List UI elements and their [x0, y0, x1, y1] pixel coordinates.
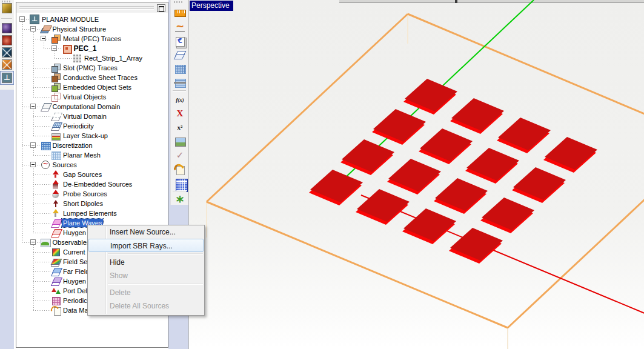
- patch-element[interactable]: [482, 198, 534, 230]
- module-planar-icon[interactable]: [2, 73, 12, 83]
- tree-item-label[interactable]: Physical Structure: [51, 25, 108, 33]
- tree-item-short-dipoles[interactable]: Short Dipoles: [18, 199, 167, 208]
- 3d-scene[interactable]: [189, 0, 644, 349]
- check-icon[interactable]: ✓: [173, 149, 187, 162]
- tree-item-virtual-domain[interactable]: Virtual Domain: [18, 111, 167, 121]
- tree-item-label[interactable]: Lumped Elements: [62, 209, 118, 218]
- expand-box[interactable]: [30, 239, 36, 245]
- patch-element[interactable]: [420, 128, 473, 161]
- tree-item-label[interactable]: Planar Mesh: [62, 151, 102, 159]
- tree-item-label[interactable]: Computational Domain: [51, 102, 122, 111]
- tree-item-rect-strip-1-array[interactable]: Rect_Strip_1_Array: [18, 53, 167, 63]
- patch-element[interactable]: [403, 208, 456, 241]
- tree-item-label[interactable]: Sources: [51, 161, 78, 169]
- module-thermal-red-icon[interactable]: [2, 35, 12, 45]
- tree-item-label[interactable]: Huygen: [62, 277, 87, 285]
- image-icon[interactable]: [173, 135, 187, 148]
- export-x-icon[interactable]: X: [173, 107, 187, 120]
- patch-element[interactable]: [342, 139, 394, 172]
- tree-item-sources[interactable]: Sources: [18, 160, 167, 170]
- green-star-icon[interactable]: *: [173, 194, 187, 207]
- edit-sheet-icon[interactable]: [173, 163, 187, 176]
- tree-item-label[interactable]: De-Embedded Sources: [62, 180, 133, 188]
- expand-box[interactable]: [30, 26, 36, 32]
- tree-item-label[interactable]: Far Field: [62, 267, 90, 276]
- layers-euro-icon[interactable]: €: [173, 35, 187, 47]
- tree-item-computational-domain[interactable]: Computational Domain: [18, 102, 167, 111]
- patch-element[interactable]: [388, 159, 441, 191]
- menu-item-hide[interactable]: Hide: [88, 256, 204, 269]
- patch-element[interactable]: [357, 189, 410, 222]
- menu-item-import-sbr-rays[interactable]: Import SBR Rays...: [88, 239, 204, 252]
- tree-item-label[interactable]: Short Dipoles: [62, 199, 104, 208]
- patch-element[interactable]: [451, 98, 504, 131]
- patch-element[interactable]: [435, 178, 488, 211]
- sine-wave-icon[interactable]: ~: [173, 21, 187, 33]
- fx-icon[interactable]: f(x): [173, 93, 187, 106]
- tree-item-de-embedded-sources[interactable]: De-Embedded Sources: [18, 179, 167, 189]
- parallelograms-icon[interactable]: [173, 48, 187, 61]
- patch-element[interactable]: [450, 228, 503, 261]
- tree-item-embedded-object-sets[interactable]: Embedded Object Sets: [18, 82, 167, 92]
- patch-element[interactable]: [498, 118, 551, 150]
- module-toolbar-grip[interactable]: [2, 1, 12, 2]
- patch-element[interactable]: [310, 170, 363, 202]
- tree-item-label[interactable]: Layer Stack-up: [62, 131, 109, 140]
- tree-item-discretization[interactable]: Discretization: [18, 141, 167, 150]
- ruler-icon[interactable]: [173, 7, 187, 19]
- tools-toolbar-grip[interactable]: [174, 1, 184, 3]
- tree-item-virtual-objects[interactable]: Virtual Objects: [18, 92, 167, 102]
- tree-item-planar-mesh[interactable]: Planar Mesh: [18, 150, 167, 160]
- mesh-grid-icon[interactable]: [173, 62, 187, 75]
- mesh-rows-icon[interactable]: [173, 76, 187, 89]
- tree-item-label[interactable]: Periodicity: [62, 122, 95, 130]
- tree-item-layer-stack-up[interactable]: Layer Stack-up: [18, 131, 167, 141]
- module-antenna-purple-icon[interactable]: [2, 23, 12, 33]
- tree-panel-header[interactable]: [16, 2, 168, 13]
- patch-element[interactable]: [466, 148, 519, 181]
- 3d-viewport[interactable]: Perspective: [188, 0, 644, 349]
- tree-item-label[interactable]: Embedded Object Sets: [62, 83, 133, 91]
- tree-item-label[interactable]: Observables: [51, 238, 91, 247]
- tree-item-gap-sources[interactable]: Gap Sources: [18, 170, 167, 179]
- expand-box[interactable]: [51, 45, 57, 51]
- patch-element[interactable]: [513, 167, 566, 200]
- tree-item-slot-pmc-traces[interactable]: Slot (PMC) Traces: [18, 63, 167, 73]
- tree-item-probe-sources[interactable]: Probe Sources: [18, 189, 167, 199]
- expand-box[interactable]: [41, 36, 46, 41]
- tree-item-label[interactable]: Port Del: [62, 287, 88, 295]
- tree-item-planar-module[interactable]: PLANAR MODULE: [18, 15, 167, 24]
- tree-item-periodicity[interactable]: Periodicity: [18, 121, 167, 131]
- float-panel-button[interactable]: [157, 4, 165, 12]
- module-em-navy-icon[interactable]: [2, 47, 12, 58]
- patch-element[interactable]: [545, 137, 597, 170]
- tree-item-label[interactable]: Huygen: [62, 228, 87, 237]
- expand-box[interactable]: [30, 104, 36, 109]
- tree-item-label[interactable]: Gap Sources: [62, 170, 103, 179]
- tree-item-label[interactable]: Virtual Objects: [62, 93, 107, 101]
- tree-item-label[interactable]: Rect_Strip_1_Array: [83, 54, 144, 62]
- tree-item-label[interactable]: Periodic: [62, 296, 88, 305]
- module-cad-gold-icon[interactable]: [2, 3, 12, 13]
- tree-item-physical-structure[interactable]: Physical Structure: [18, 24, 167, 34]
- tree-item-label[interactable]: PLANAR MODULE: [41, 15, 100, 24]
- x-squared-icon[interactable]: x²: [173, 121, 187, 134]
- tree-item-label[interactable]: Field Se: [62, 258, 88, 266]
- tree-item-lumped-elements[interactable]: Lumped Elements: [18, 208, 167, 218]
- tree-item-label[interactable]: Probe Sources: [62, 190, 108, 198]
- tree-item-label[interactable]: Current: [62, 248, 87, 256]
- expand-box[interactable]: [19, 16, 25, 22]
- tree-item-label[interactable]: Discretization: [51, 141, 94, 150]
- tree-item-label[interactable]: Data Ma: [62, 306, 90, 314]
- expand-box[interactable]: [30, 142, 36, 148]
- tree-item-label[interactable]: Slot (PMC) Traces: [62, 64, 119, 72]
- patch-element[interactable]: [373, 109, 426, 142]
- module-em-orange-icon[interactable]: [2, 59, 12, 70]
- tree-item-label[interactable]: Metal (PEC) Traces: [62, 35, 122, 43]
- tree-item-label[interactable]: PEC_1: [73, 44, 98, 53]
- patch-element[interactable]: [405, 79, 457, 111]
- expand-box[interactable]: [30, 162, 36, 167]
- tree-item-label[interactable]: Conductive Sheet Traces: [62, 73, 139, 82]
- tree-item-metal-pec-traces[interactable]: Metal (PEC) Traces: [18, 34, 167, 44]
- calculator-icon[interactable]: [173, 177, 187, 190]
